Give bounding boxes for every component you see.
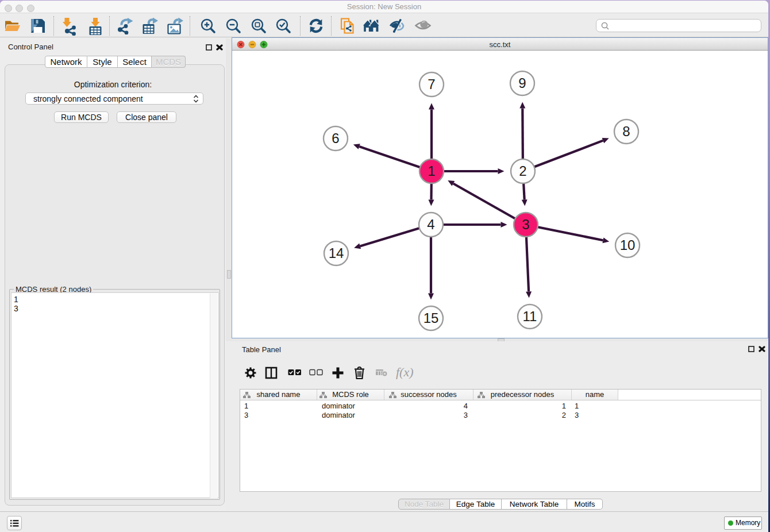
svg-text:8: 8 xyxy=(622,124,630,139)
svg-text:2: 2 xyxy=(519,163,526,179)
svg-text:1: 1 xyxy=(428,163,435,179)
svg-text:11: 11 xyxy=(523,309,537,324)
svg-text:14: 14 xyxy=(329,245,344,261)
svg-text:7: 7 xyxy=(428,76,435,92)
svg-text:9: 9 xyxy=(518,75,526,91)
svg-text:4: 4 xyxy=(427,217,434,232)
svg-text:15: 15 xyxy=(424,310,439,326)
svg-text:10: 10 xyxy=(620,237,636,253)
svg-text:6: 6 xyxy=(332,130,339,146)
svg-text:3: 3 xyxy=(522,217,529,232)
